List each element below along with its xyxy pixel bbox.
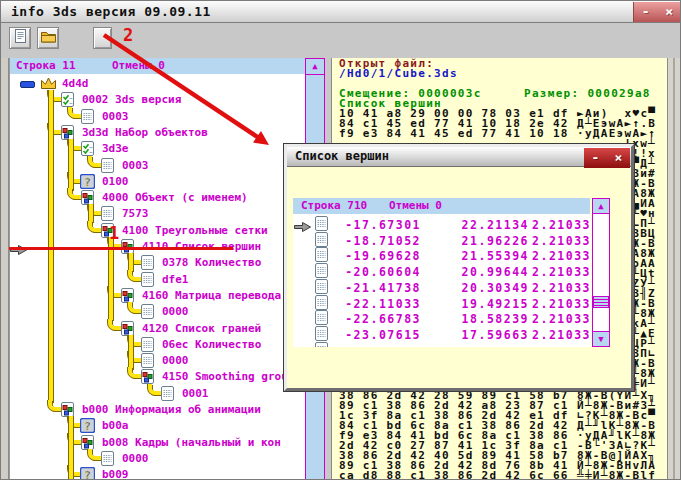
vertex-row[interactable]: -22.6678318.582392.21033	[293, 310, 591, 326]
vertex-z-value: 2.21033	[503, 312, 591, 326]
tree-item[interactable]: 3d3e	[10, 140, 305, 157]
open-file-button[interactable]	[37, 27, 59, 49]
hex-line: ca d8 88 c1 38 86 2d 42 6c 66╩╪И┴8Ж-Вlf	[339, 471, 656, 480]
check-icon	[80, 141, 97, 156]
blank-toolbar-button[interactable]	[93, 27, 112, 49]
vertex-row[interactable]	[293, 342, 591, 347]
table-icon	[140, 304, 157, 319]
tree-item-label: 0000	[122, 452, 149, 465]
popup-close-button[interactable]: ×	[611, 149, 627, 167]
tree-item-label: dfe1	[162, 273, 189, 286]
hex-bytes: ca d8 88 c1 38 86 2d 42 6c 66	[339, 471, 577, 480]
tree-item[interactable]: b008 Кадры (начальный и кон	[10, 434, 305, 451]
tree-item[interactable]: 3d3d Набор объектов	[10, 124, 305, 141]
tree-item-label: b009	[102, 468, 129, 480]
title-bar[interactable]: info 3ds версия 09.09.11 - ×	[1, 1, 681, 23]
cubes-icon	[100, 223, 117, 238]
tree-item[interactable]: 4100 Треугольные сетки	[10, 222, 305, 239]
tree-item[interactable]: dfe1	[10, 271, 305, 288]
svg-text:?: ?	[84, 175, 91, 188]
tree-item[interactable]: 0000	[10, 352, 305, 369]
tree-item[interactable]: 4120 Список граней	[10, 320, 305, 337]
tree-item[interactable]: ?b00a	[10, 417, 305, 434]
window-controls: - ×	[633, 2, 681, 22]
tree-item-label: 4110 Список вершин	[142, 240, 261, 253]
question-icon: ?	[80, 174, 97, 189]
tree-item-label: 3d3d Набор объектов	[82, 126, 208, 139]
tree-item-label: 4d4d	[62, 77, 89, 90]
vertex-x-value: -22.11033	[333, 297, 421, 311]
table-icon	[140, 255, 157, 270]
table-icon	[314, 216, 331, 231]
app-window: info 3ds версия 09.09.11 - × Строка 11 О…	[0, 0, 681, 480]
open-folder-icon	[40, 29, 57, 48]
vertex-row[interactable]: -22.1103319.492152.21033	[293, 295, 591, 311]
tree-item[interactable]: ?b009	[10, 466, 305, 480]
vertex-row[interactable]: -21.4173820.303492.21033	[293, 279, 591, 295]
tree-item-label: 0100	[102, 175, 129, 188]
popup-minimize-button[interactable]: -	[588, 149, 604, 167]
vertex-row[interactable]: -19.6962821.553942.21033	[293, 247, 591, 263]
collapse-minus-icon[interactable]	[20, 81, 35, 88]
cubes-icon	[120, 288, 137, 303]
popup-title: Список вершин	[295, 149, 389, 163]
table-icon	[314, 310, 331, 325]
tree-undo-counter: Отмены 0	[112, 58, 165, 74]
minimize-button[interactable]: -	[638, 3, 654, 21]
popup-undo-counter: Отмены 0	[389, 198, 442, 214]
table-icon	[314, 342, 331, 347]
table-icon	[314, 263, 331, 278]
vertex-z-value: 2.21033	[503, 281, 591, 295]
tree-item[interactable]: 4110 Список вершин	[10, 238, 305, 255]
tree-item[interactable]: 0000	[10, 303, 305, 320]
window-title: info 3ds версия 09.09.11	[11, 4, 211, 19]
vertex-row[interactable]: -20.6060420.996442.21033	[293, 263, 591, 279]
vertex-z-value: 2.21033	[503, 249, 591, 263]
table-icon	[314, 247, 331, 262]
crown-icon	[40, 76, 57, 91]
table-icon	[140, 353, 157, 368]
tree-item[interactable]: 0003	[10, 157, 305, 174]
table-icon	[314, 326, 331, 341]
table-icon	[100, 158, 117, 173]
popup-title-bar[interactable]: Список вершин - ×	[287, 147, 631, 167]
table-icon	[140, 272, 157, 287]
chunk-tree-panel: Строка 11 Отмены 0 4d4d0002 3ds версия00…	[9, 58, 305, 480]
vertex-x-value: -23.07615	[333, 328, 421, 342]
cubes-icon	[60, 125, 77, 140]
left-scroll-strip[interactable]	[1, 58, 9, 480]
scroll-up-icon[interactable]: ▲	[306, 59, 324, 75]
vertex-x-value: -20.60604	[333, 265, 421, 279]
scroll-down-icon[interactable]: ▼	[593, 331, 609, 346]
tree-item[interactable]: 0000	[10, 450, 305, 467]
new-file-button[interactable]	[9, 27, 31, 49]
svg-text:?: ?	[84, 420, 91, 433]
new-file-icon	[12, 28, 28, 48]
right-scroll-strip[interactable]	[667, 58, 681, 480]
check-icon	[60, 92, 77, 107]
vertex-row[interactable]: -18.7105221.962262.21033	[293, 232, 591, 248]
tree-item[interactable]: 0378 Количество	[10, 254, 305, 271]
vertex-list-window: Список вершин - × Строка 710 Отмены 0 -1…	[284, 144, 634, 391]
tree-item[interactable]: 4150 Smoothing group li	[10, 368, 305, 385]
scrollbar-thumb[interactable]	[593, 296, 609, 308]
vertex-row[interactable]: -23.0761517.596632.21033	[293, 326, 591, 342]
vertex-row[interactable]: -17.6730122.211342.21033	[293, 216, 591, 232]
tree-item-label: 7573	[122, 207, 149, 220]
tree-item-label: 4100 Треугольные сетки	[122, 224, 268, 237]
popup-scrollbar[interactable]: ▲ ▼	[592, 198, 610, 347]
tree-item[interactable]: b000 Информация об анимации	[10, 401, 305, 418]
popup-row-counter: Строка 710	[301, 198, 367, 214]
tree-item[interactable]: 06ec Количество	[10, 336, 305, 353]
tree-item[interactable]: ?0100	[10, 173, 305, 190]
question-icon: ?	[80, 467, 97, 480]
tree-item[interactable]: 0002 3ds версия	[10, 91, 305, 108]
tree-item[interactable]: 4160 Матрица перевода	[10, 287, 305, 304]
size-label: Размер: 000029a8	[524, 89, 651, 99]
hex-bytes: f9 e3 84 41 45 ed 77 41 10 18	[339, 129, 577, 139]
vertex-x-value: -17.67301	[333, 218, 421, 232]
close-button[interactable]: ×	[661, 3, 677, 21]
scroll-up-icon[interactable]: ▲	[593, 199, 609, 214]
tree-item[interactable]: 7573	[10, 205, 305, 222]
tree-item[interactable]: 4000 Объект (с именем)	[10, 189, 305, 206]
